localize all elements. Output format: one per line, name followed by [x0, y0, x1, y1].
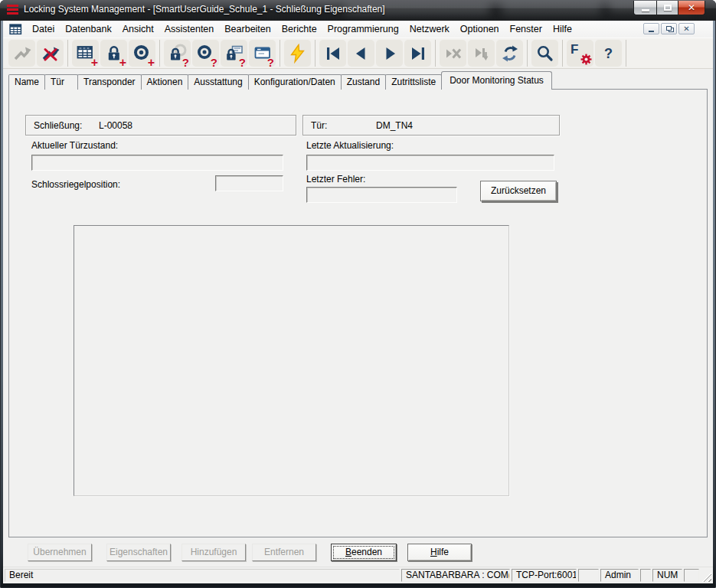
- menu-datei[interactable]: Datei: [27, 21, 60, 38]
- read-lock-data-button[interactable]: ?: [221, 40, 247, 67]
- bolt-position-label: Schlossriegelposition:: [31, 179, 120, 190]
- search-button[interactable]: [531, 40, 558, 67]
- question-badge: ?: [267, 57, 274, 68]
- toolbar-separator: [159, 40, 160, 67]
- toolbar: + + + ? ? ?: [3, 38, 713, 69]
- filter-settings-button[interactable]: F: [567, 40, 593, 67]
- menu-optionen[interactable]: Optionen: [455, 21, 505, 38]
- next-record-button[interactable]: [376, 40, 403, 67]
- program-button[interactable]: [284, 40, 311, 67]
- search-icon: [535, 44, 555, 64]
- status-bar: Bereit SANTABARBARA : COM(*) TCP-Port:60…: [3, 567, 713, 583]
- toolbar-separator: [315, 40, 315, 67]
- mdi-close-button[interactable]: ✕: [678, 23, 695, 34]
- mdi-restore-button[interactable]: [661, 23, 677, 34]
- read-lock-button[interactable]: ?: [164, 40, 191, 67]
- refresh-icon: [500, 44, 520, 64]
- close-button[interactable]: ✕: [678, 1, 705, 15]
- help-button[interactable]: ?: [595, 40, 622, 67]
- read-properties-button[interactable]: ?: [249, 40, 276, 67]
- last-update-label: Letzte Aktualisierung:: [306, 140, 394, 151]
- last-record-button[interactable]: [404, 40, 431, 67]
- last-error-field: [306, 187, 457, 203]
- first-record-button[interactable]: [319, 40, 346, 67]
- door-value: DM_TN4: [376, 120, 413, 131]
- tab-name[interactable]: Name: [8, 74, 45, 90]
- disconnect-button[interactable]: [37, 40, 64, 67]
- next-record-icon: [380, 44, 400, 64]
- tab-transponder[interactable]: Transponder: [77, 74, 142, 90]
- new-lock-button[interactable]: +: [100, 40, 127, 67]
- toolbar-separator: [626, 40, 626, 67]
- status-panel-empty-2: [640, 569, 651, 582]
- menu-bearbeiten[interactable]: Bearbeiten: [219, 21, 276, 38]
- titlebar[interactable]: Locking System Management - [SmartUserGu…: [0, 0, 716, 21]
- gear-icon: [580, 54, 592, 65]
- menu-berichte[interactable]: Berichte: [276, 21, 322, 38]
- menu-assistenten[interactable]: Assistenten: [159, 21, 220, 38]
- menu-fenster[interactable]: Fenster: [505, 21, 548, 38]
- current-door-state-field: [31, 155, 283, 171]
- status-text: Bereit: [5, 569, 400, 582]
- apply-button: Übernehmen: [28, 544, 92, 561]
- maximize-icon: [664, 5, 672, 11]
- help-button-footer[interactable]: Hilfe: [407, 544, 472, 561]
- lightning-icon: [288, 44, 308, 64]
- quit-button[interactable]: Beenden: [331, 544, 397, 561]
- monitoring-event-list: [74, 225, 509, 496]
- status-panel-empty-1: [578, 569, 599, 582]
- door-monitoring-panel: Schließung: L-00058 Tür: DM_TN4 Aktuelle…: [8, 89, 708, 537]
- toolbar-separator: [67, 40, 68, 67]
- resize-grip-icon[interactable]: [701, 572, 711, 582]
- last-record-icon: [408, 44, 428, 64]
- door-label: Tür:: [311, 120, 327, 131]
- new-transponder-button[interactable]: +: [129, 40, 155, 67]
- question-badge: ?: [239, 57, 246, 68]
- tab-door-monitoring-status[interactable]: Door Monitoring Status: [441, 71, 552, 90]
- toolbar-separator: [280, 40, 280, 67]
- remove-button: Entfernen: [252, 544, 316, 561]
- status-panel-com: SANTABARBARA : COM(*): [401, 569, 510, 582]
- menu-programmierung[interactable]: Programmierung: [322, 21, 404, 38]
- tab-aktionen[interactable]: Aktionen: [141, 74, 189, 90]
- read-transponder-button[interactable]: ?: [192, 40, 219, 67]
- lock-id-group: Schließung: L-00058: [25, 115, 296, 136]
- minimize-icon: [649, 31, 654, 32]
- window-title: Locking System Management - [SmartUserGu…: [24, 4, 385, 15]
- plus-badge: +: [148, 57, 155, 68]
- last-update-field: [306, 155, 554, 171]
- tab-konfiguration-daten[interactable]: Konfiguration/Daten: [248, 74, 342, 90]
- status-panel-num-lock: NUM: [652, 569, 682, 582]
- disconnect-icon: [41, 44, 60, 64]
- glass-reflection: [502, 2, 601, 15]
- tab-zustand[interactable]: Zustand: [341, 74, 386, 90]
- tab-strip: Name Tür Transponder Aktionen Ausstattun…: [8, 71, 708, 90]
- client-area: Datei Datenbank Ansicht Assistenten Bear…: [3, 21, 713, 583]
- minimize-button[interactable]: [633, 1, 657, 15]
- tab-zutrittsliste[interactable]: Zutrittsliste: [385, 74, 442, 90]
- menu-ansicht[interactable]: Ansicht: [117, 21, 159, 38]
- cancel-record-icon: [443, 44, 463, 64]
- footer-button-row: Übernehmen Eigenschaften Hinzufügen Entf…: [3, 537, 713, 564]
- close-icon: ✕: [688, 3, 695, 12]
- new-locking-system-button[interactable]: +: [72, 40, 99, 67]
- menu-netzwerk[interactable]: Netzwerk: [404, 21, 455, 38]
- tab-tuer[interactable]: Tür: [44, 74, 78, 90]
- app-window: Locking System Management - [SmartUserGu…: [0, 0, 716, 588]
- commit-record-icon: [472, 44, 492, 64]
- toolbar-separator: [527, 40, 528, 67]
- refresh-button[interactable]: [496, 40, 523, 67]
- cancel-record-button: [440, 40, 466, 67]
- menu-datenbank[interactable]: Datenbank: [60, 21, 116, 38]
- mdi-minimize-button[interactable]: [643, 23, 659, 34]
- window-controls: ✕: [634, 1, 705, 15]
- maximize-button[interactable]: [656, 1, 678, 15]
- previous-record-button[interactable]: [348, 40, 374, 67]
- add-button: Hinzufügen: [181, 544, 246, 561]
- lock-label: Schließung:: [34, 120, 82, 131]
- tab-ausstattung[interactable]: Ausstattung: [188, 74, 248, 90]
- workarea: Name Tür Transponder Aktionen Ausstattun…: [3, 70, 713, 583]
- menu-hilfe[interactable]: Hilfe: [548, 21, 577, 38]
- reset-button[interactable]: Zurücksetzen: [480, 181, 557, 201]
- plus-badge: +: [119, 57, 126, 68]
